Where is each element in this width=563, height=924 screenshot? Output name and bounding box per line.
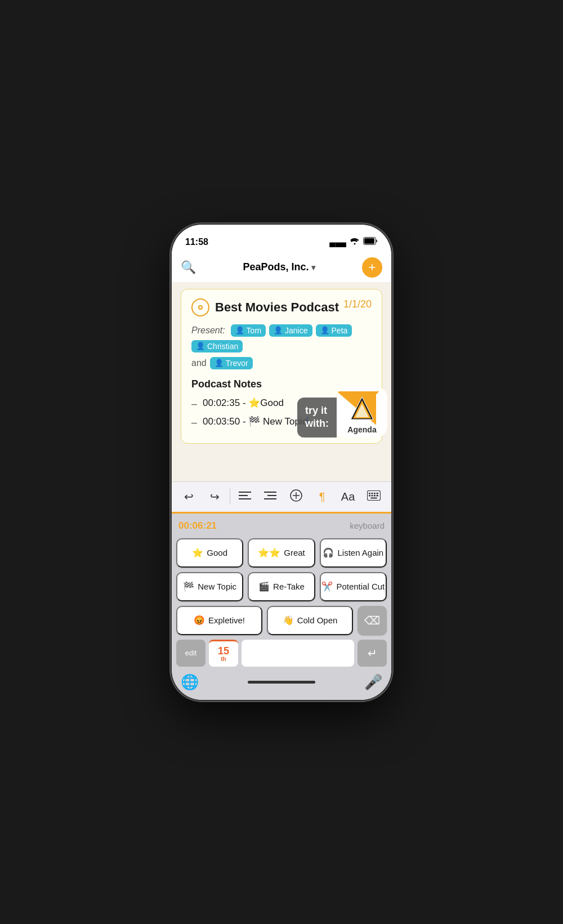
date-button[interactable]: 15 th xyxy=(209,640,238,667)
redo-button[interactable]: ↪ xyxy=(204,485,226,508)
text-row: edit 15 th ↵ xyxy=(176,640,387,667)
timestamp-display: 00:06:21 xyxy=(178,520,217,532)
dash-2: – xyxy=(191,417,197,428)
add-button[interactable]: + xyxy=(362,257,382,278)
potential-cut-label: Potential Cut xyxy=(336,582,385,591)
person-icon: 👤 xyxy=(235,326,244,334)
edit-button[interactable]: edit xyxy=(176,640,205,667)
delete-icon: ⌫ xyxy=(364,614,380,627)
try-it-text: try itwith: xyxy=(305,405,329,429)
edit-label: edit xyxy=(185,649,197,657)
new-topic-button[interactable]: 🏁 New Topic xyxy=(176,572,243,601)
main-content: Best Movies Podcast 1/1/20 Present: 👤 To… xyxy=(172,282,391,481)
svg-rect-22 xyxy=(371,495,373,497)
note-header: Best Movies Podcast 1/1/20 xyxy=(191,298,372,316)
timestamp-1: 00:02:35 - xyxy=(203,398,248,408)
potential-cut-button[interactable]: ✂️ Potential Cut xyxy=(320,572,387,601)
listen-again-label: Listen Again xyxy=(337,548,383,557)
toolbar: ↩ ↪ xyxy=(172,481,391,512)
agenda-icon-graphic xyxy=(337,391,387,425)
person-icon: 👤 xyxy=(274,326,283,334)
bottom-row: 😡 Expletive! 👋 Cold Open ⌫ xyxy=(176,606,387,635)
svg-rect-24 xyxy=(376,495,378,497)
note-date: 1/1/20 xyxy=(343,298,372,310)
button-grid: ⭐ Good ⭐⭐ Great 🎧 Listen Again 🏁 xyxy=(176,538,387,601)
person-tag-peta[interactable]: 👤 Peta xyxy=(316,324,352,337)
align-left-button[interactable] xyxy=(234,485,256,508)
search-icon[interactable]: 🔍 xyxy=(181,260,196,275)
note-title: Best Movies Podcast xyxy=(215,300,339,315)
and-row: and 👤 Trevor xyxy=(191,357,372,369)
wave-icon: 👋 xyxy=(283,615,294,626)
agenda-overlay: try itwith: xyxy=(297,387,387,438)
button-row-2: 🏁 New Topic 🎬 Re-Take ✂️ Potential Cut xyxy=(176,572,387,601)
good-label: Good xyxy=(207,548,227,557)
keyboard-toggle-label[interactable]: keyboard xyxy=(350,521,385,530)
person-icon: 👤 xyxy=(196,342,205,350)
and-label: and xyxy=(191,358,207,368)
paragraph-icon: ¶ xyxy=(319,490,325,503)
great-icon: ⭐⭐ xyxy=(258,547,280,558)
expletive-label: Expletive! xyxy=(208,615,245,625)
clapper-icon: 🎬 xyxy=(258,581,270,592)
svg-rect-1 xyxy=(364,238,374,244)
agenda-app-name: Agenda xyxy=(347,425,376,438)
person-tag-trevor[interactable]: 👤 Trevor xyxy=(210,357,253,369)
undo-button[interactable]: ↩ xyxy=(178,485,200,508)
globe-icon[interactable]: 🌐 xyxy=(181,673,199,691)
signal-icon: ▄▄▄ xyxy=(329,238,346,247)
keyboard-button[interactable] xyxy=(363,485,385,508)
person-tag-janice[interactable]: 👤 Janice xyxy=(269,324,312,337)
try-it-badge: try itwith: xyxy=(297,398,337,438)
svg-rect-19 xyxy=(374,493,376,494)
return-icon: ↵ xyxy=(368,646,377,660)
expletive-icon: 😡 xyxy=(194,615,205,626)
chevron-down-icon: ▾ xyxy=(311,263,315,272)
present-label: Present: xyxy=(191,325,225,336)
nav-bar: 🔍 PeaPods, Inc. ▾ + xyxy=(172,253,391,282)
svg-rect-18 xyxy=(371,493,373,494)
podcast-icon xyxy=(191,298,209,316)
dash-1: – xyxy=(191,398,197,410)
note-title-row: Best Movies Podcast xyxy=(191,298,339,316)
expletive-button[interactable]: 😡 Expletive! xyxy=(176,606,262,635)
text-format-button[interactable]: Aa xyxy=(337,485,359,508)
status-time: 11:58 xyxy=(185,237,208,247)
button-row-1: ⭐ Good ⭐⭐ Great 🎧 Listen Again xyxy=(176,538,387,568)
status-bar: 11:58 ▄▄▄ xyxy=(172,225,391,253)
person-icon: 👤 xyxy=(320,326,329,334)
date-number: 15 xyxy=(218,646,229,656)
keyboard-header: 00:06:21 keyboard xyxy=(176,520,387,532)
custom-keyboard: 00:06:21 keyboard ⭐ Good ⭐⭐ Great 🎧 List xyxy=(172,514,391,700)
microphone-icon[interactable]: 🎤 xyxy=(364,673,382,691)
phone-frame: 11:58 ▄▄▄ xyxy=(172,225,391,700)
person-icon: 👤 xyxy=(215,359,224,367)
note-card: Best Movies Podcast 1/1/20 Present: 👤 To… xyxy=(181,289,382,444)
align-right-button[interactable] xyxy=(259,485,282,508)
svg-rect-20 xyxy=(376,493,378,494)
svg-rect-25 xyxy=(370,497,377,498)
text-input-field[interactable] xyxy=(242,640,354,667)
delete-button[interactable]: ⌫ xyxy=(358,606,387,635)
good-button[interactable]: ⭐ Good xyxy=(176,538,243,568)
return-button[interactable]: ↵ xyxy=(358,640,387,667)
phone-screen: 11:58 ▄▄▄ xyxy=(172,225,391,700)
retake-button[interactable]: 🎬 Re-Take xyxy=(248,572,315,601)
keyboard-icon xyxy=(367,490,381,503)
great-button[interactable]: ⭐⭐ Great xyxy=(248,538,315,568)
agenda-app-icon[interactable]: Agenda xyxy=(337,387,387,438)
good-icon: ⭐ xyxy=(192,547,203,558)
person-tag-christian[interactable]: 👤 Christian xyxy=(191,340,243,352)
status-icons: ▄▄▄ xyxy=(329,237,378,247)
cold-open-button[interactable]: 👋 Cold Open xyxy=(267,606,353,635)
svg-rect-23 xyxy=(374,495,376,497)
person-tag-tom[interactable]: 👤 Tom xyxy=(231,324,266,337)
listen-again-button[interactable]: 🎧 Listen Again xyxy=(320,538,387,568)
system-row: 🌐 🎤 xyxy=(176,671,387,695)
paragraph-button[interactable]: ¶ xyxy=(311,485,333,508)
note-text-2: 00:03:50 - 🏁 New Topic xyxy=(203,416,308,427)
nav-title[interactable]: PeaPods, Inc. ▾ xyxy=(243,261,315,273)
present-row: Present: 👤 Tom 👤 Janice 👤 Peta 👤 xyxy=(191,324,372,352)
add-element-button[interactable] xyxy=(285,485,307,508)
align-left-icon xyxy=(239,490,251,503)
